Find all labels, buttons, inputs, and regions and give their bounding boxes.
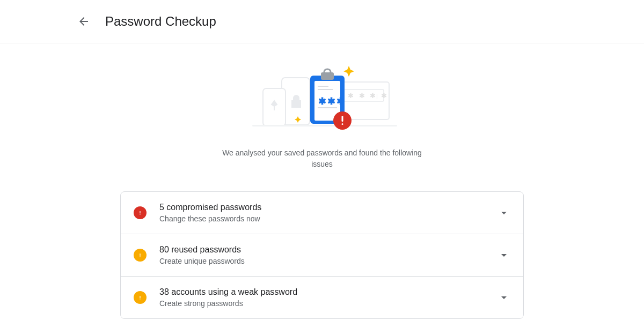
issue-row-weak[interactable]: 38 accounts using a weak password Create… <box>121 276 523 318</box>
svg-rect-16 <box>342 116 343 122</box>
issue-title: 38 accounts using a weak password <box>159 287 497 297</box>
hero-illustration: ✱ ✱ ✱ ✱ | ✱✱✱ <box>236 56 408 137</box>
issue-row-compromised[interactable]: 5 compromised passwords Change these pas… <box>121 192 523 234</box>
svg-rect-9 <box>321 72 334 80</box>
issue-title: 5 compromised passwords <box>159 203 497 212</box>
svg-rect-6 <box>252 125 397 126</box>
arrow-left-icon <box>77 15 90 28</box>
warning-icon <box>134 249 147 262</box>
issue-row-reused[interactable]: 80 reused passwords Create unique passwo… <box>121 234 523 276</box>
issue-text: 80 reused passwords Create unique passwo… <box>159 245 497 265</box>
alert-icon <box>134 206 147 219</box>
summary-text: We analysed your saved passwords and fou… <box>220 147 424 170</box>
issue-title: 80 reused passwords <box>159 245 497 255</box>
page-title: Password Checkup <box>105 14 216 29</box>
issue-subtitle: Create strong passwords <box>159 299 497 308</box>
chevron-down-icon <box>497 291 510 304</box>
issue-subtitle: Change these passwords now <box>159 214 497 223</box>
svg-text:✱✱✱: ✱✱✱ <box>318 96 346 107</box>
issue-text: 38 accounts using a weak password Create… <box>159 287 497 308</box>
chevron-down-icon <box>497 249 510 262</box>
issues-card: 5 compromised passwords Change these pas… <box>120 191 524 319</box>
issue-text: 5 compromised passwords Change these pas… <box>159 203 497 223</box>
page-header: Password Checkup <box>0 0 644 43</box>
chevron-down-icon <box>497 206 510 219</box>
svg-text:|: | <box>376 93 378 99</box>
main-content: ✱ ✱ ✱ ✱ | ✱✱✱ We analysed your saved pas… <box>0 43 644 319</box>
issue-subtitle: Create unique passwords <box>159 257 497 265</box>
svg-text:✱ ✱ ✱ ✱: ✱ ✱ ✱ ✱ <box>348 92 389 100</box>
back-button[interactable] <box>73 11 94 32</box>
warning-icon <box>134 291 147 304</box>
svg-rect-10 <box>324 69 331 75</box>
svg-rect-17 <box>342 123 343 125</box>
